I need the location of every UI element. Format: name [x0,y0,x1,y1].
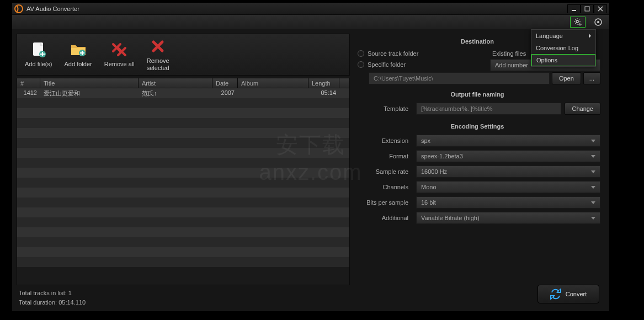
bits-label: Bits per sample [354,199,413,206]
browse-button[interactable]: ... [583,72,600,84]
bits-select[interactable]: 16 bit [416,196,600,209]
settings-gear-button[interactable] [570,17,586,28]
table-row [17,148,349,158]
col-date-header[interactable]: Date [212,78,238,88]
channels-select[interactable]: Mono [416,181,600,193]
naming-header: Output file naming [354,89,600,101]
table-row [17,237,349,247]
svg-point-0 [15,5,23,13]
app-title: AV Audio Converter [26,6,567,12]
top-toolbar [12,15,609,29]
svg-line-10 [575,19,576,20]
app-logo-icon [14,4,23,13]
col-album-header[interactable]: Album [238,78,308,88]
close-button[interactable] [594,4,607,13]
add-folder-label: Add folder [65,61,92,68]
action-toolbar: Add file(s) Add folder Remove all Remove… [17,34,350,76]
table-row [17,118,349,128]
settings-menu: Language Conversion Log Options [531,29,596,67]
svg-rect-2 [585,7,589,11]
template-label: Template [354,105,413,112]
menu-conversion-log[interactable]: Conversion Log [531,42,595,54]
col-num-header[interactable]: # [17,78,40,88]
radio-icon [358,61,364,68]
add-folder-button[interactable]: Add folder [62,36,94,73]
table-row [17,128,349,138]
col-artist-header[interactable]: Artist [139,78,212,88]
add-folder-icon [70,41,87,58]
svg-line-3 [598,7,603,11]
chevron-down-icon [591,155,595,158]
right-panel: Destination Source track folder Specific… [354,34,605,307]
svg-line-13 [579,19,580,20]
table-row [17,158,349,168]
encoding-header: Encoding Settings [354,121,600,133]
left-panel: Add file(s) Add folder Remove all Remove… [17,34,350,307]
table-row [17,217,349,227]
extension-select[interactable]: spx [416,135,600,147]
remove-all-label: Remove all [104,61,135,68]
chevron-down-icon [591,170,595,173]
menu-options[interactable]: Options [531,54,595,66]
table-row [17,98,349,108]
help-button[interactable] [590,17,606,28]
add-files-button[interactable]: Add file(s) [23,36,55,73]
table-row [17,108,349,118]
format-label: Format [354,153,413,159]
maximize-button[interactable] [581,4,594,13]
change-button[interactable]: Change [565,103,600,115]
specific-folder-radio[interactable]: Specific folder [354,59,490,70]
remove-selected-button[interactable]: Remove selected [145,36,172,73]
menu-language[interactable]: Language [531,30,595,42]
additional-label: Additional [354,215,413,221]
add-file-icon [30,41,47,58]
remove-all-icon [110,41,128,58]
svg-point-5 [576,20,578,23]
table-row [17,198,349,207]
col-title-header[interactable]: Title [40,78,139,88]
samplerate-select[interactable]: 16000 Hz [416,166,600,178]
table-row[interactable]: 1412 爱江山更爱和 范氏↑ 2007 05:14 [17,88,349,98]
format-select[interactable]: speex-1.2beta3 [416,150,600,162]
table-row [17,257,349,267]
remove-selected-icon [149,38,167,55]
table-row [17,188,349,198]
toolbar-separator [588,18,588,26]
table-row [17,207,349,217]
status-bar: Total tracks in list: 1 Total duration: … [17,285,350,307]
table-row [17,247,349,257]
svg-line-4 [598,7,603,11]
table-row [17,138,349,148]
open-button[interactable]: Open [552,72,581,84]
svg-point-20 [597,21,599,23]
source-folder-radio[interactable]: Source track folder [354,48,490,59]
chevron-down-icon [591,186,595,189]
table-row [17,168,349,178]
svg-point-14 [579,24,581,25]
radio-icon [358,50,364,57]
channels-label: Channels [354,184,413,190]
additional-select[interactable]: Variable Bitrate (high) [416,212,600,224]
svg-line-12 [575,23,576,24]
chevron-right-icon [589,34,591,38]
template-input[interactable]: [%tracknumber%. ]%title% [416,103,561,115]
table-row [17,227,349,237]
add-files-label: Add file(s) [25,61,52,68]
folder-path-input[interactable]: C:\Users\Tuyet\Music\ [369,72,550,84]
titlebar: AV Audio Converter [12,3,609,15]
grid-body[interactable]: 1412 爱江山更爱和 范氏↑ 2007 05:14 [17,88,349,285]
chevron-down-icon [591,201,595,204]
minimize-button[interactable] [567,4,581,13]
svg-line-11 [579,23,580,24]
remove-all-button[interactable]: Remove all [102,36,137,73]
col-length-header[interactable]: Length [308,78,339,88]
track-grid: # Title Artist Date Album Length 1412 爱江… [17,78,350,285]
convert-button[interactable]: Convert [537,285,599,303]
chevron-down-icon [591,217,595,220]
convert-icon [550,289,561,300]
extension-label: Extension [354,137,413,144]
status-tracks: Total tracks in list: 1 [19,289,348,298]
remove-selected-label: Remove selected [147,57,169,72]
samplerate-label: Sample rate [354,168,413,175]
status-duration: Total duration: 05:14.110 [19,298,348,307]
